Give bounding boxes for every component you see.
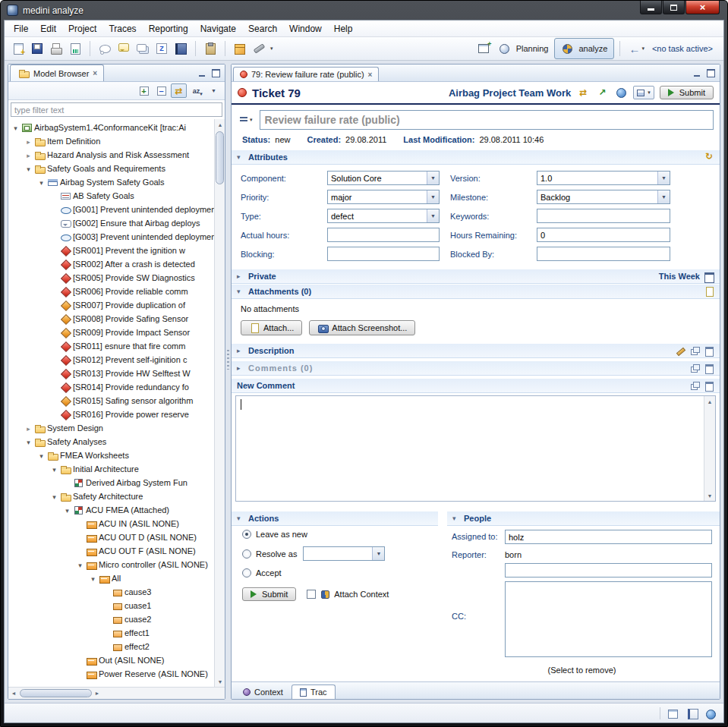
attach-screenshot-button[interactable]: Attach Screenshot... <box>309 320 415 335</box>
tree-item[interactable]: [SR015] Safing sensor algorithm <box>8 394 214 408</box>
collapse-all-icon[interactable] <box>153 83 169 98</box>
tree-item[interactable]: Micro controller (ASIL NONE) <box>8 558 214 571</box>
titlebar[interactable]: medini analyze × <box>4 1 724 20</box>
field-control[interactable]: ▼ <box>537 247 670 261</box>
tree-item[interactable]: ACU OUT F (ASIL NONE) <box>8 544 214 558</box>
field-input[interactable] <box>328 172 427 184</box>
tree-item[interactable]: Item Definition <box>8 134 214 148</box>
tools-dropdown-icon[interactable]: ▾ <box>270 46 273 52</box>
field-input[interactable] <box>537 247 670 260</box>
link-with-editor-icon[interactable] <box>171 83 187 98</box>
tree-item[interactable]: [G003] Prevent unintended deployment <box>8 230 214 244</box>
tree-item[interactable]: ACU OUT D (ASIL NONE) <box>8 530 214 544</box>
expander-icon[interactable] <box>24 437 33 446</box>
menu-item[interactable]: Window <box>283 22 328 36</box>
filter-input[interactable] <box>11 105 222 115</box>
menu-item[interactable]: Search <box>242 22 283 36</box>
field-input[interactable] <box>537 172 657 184</box>
expander-icon[interactable] <box>11 123 20 132</box>
menu-item[interactable]: Navigate <box>194 22 242 36</box>
task-note-icon[interactable] <box>153 40 171 57</box>
restore-icon[interactable] <box>689 345 700 356</box>
action-radio-option[interactable]: Leave as new ▼ <box>232 526 438 543</box>
calendar-icon[interactable] <box>704 271 714 282</box>
minimize-button[interactable] <box>640 1 662 14</box>
field-input[interactable] <box>537 190 657 203</box>
section-comments[interactable]: ▸ Comments (0) <box>232 360 720 376</box>
scroll-down-icon[interactable]: ▼ <box>215 676 225 687</box>
tree-item[interactable]: effect2 <box>8 640 214 653</box>
tree-item[interactable]: [SR011] esnure that fire comm <box>8 339 214 353</box>
menu-item[interactable]: Project <box>62 22 102 36</box>
vertical-scrollbar[interactable]: ▲ ▼ <box>214 119 225 687</box>
tree-item[interactable]: Safety Goals and Requirements <box>8 162 214 175</box>
twisty-closed-icon[interactable]: ▸ <box>237 364 244 372</box>
section-actions[interactable]: ▾ Actions <box>232 511 438 526</box>
comment-icon[interactable] <box>115 40 133 57</box>
chevron-down-icon[interactable]: ▼ <box>657 190 670 203</box>
panel-sash[interactable] <box>225 64 231 700</box>
thought-bubble-icon[interactable] <box>96 40 114 57</box>
field-control[interactable]: ▼ <box>327 228 440 242</box>
cc-add-input[interactable] <box>505 563 712 578</box>
tab-ticket-79[interactable]: 79: Review failure rate (public) × <box>233 67 379 81</box>
tree-item[interactable]: [SR016] Provide power reserve <box>8 408 214 421</box>
tree-item[interactable]: [SR013] Provide HW Selftest W <box>8 367 214 380</box>
horizontal-scrollbar[interactable]: ◄ ► <box>8 687 225 699</box>
field-control[interactable]: ▼ <box>537 190 670 204</box>
tree-item[interactable]: effect1 <box>8 626 214 640</box>
field-control[interactable]: ▼ <box>537 209 670 223</box>
expander-icon[interactable] <box>24 150 33 159</box>
menu-item[interactable]: Traces <box>102 22 142 36</box>
tab-trac[interactable]: Trac <box>292 685 336 699</box>
tree-item[interactable]: System Design <box>8 421 214 435</box>
refresh-attributes-icon[interactable] <box>704 152 714 162</box>
attach-context-checkbox[interactable] <box>307 590 316 599</box>
field-control[interactable]: ▼ <box>327 190 440 204</box>
tree-item[interactable]: AB Safety Goals <box>8 189 214 203</box>
new-attachment-icon[interactable] <box>704 286 714 297</box>
progress-icon[interactable] <box>704 707 717 719</box>
scroll-right-icon[interactable]: ► <box>92 688 102 699</box>
section-people[interactable]: ▾ People <box>447 511 720 526</box>
scroll-left-icon[interactable]: ◄ <box>8 688 19 699</box>
radio-icon[interactable] <box>242 530 251 539</box>
tree-item[interactable]: [SR006] Provide reliable comm <box>8 285 214 298</box>
back-navigation-button[interactable]: ← ▾ <box>626 43 648 55</box>
tree-item[interactable]: [SR008] Provide Safing Sensor <box>8 312 214 326</box>
maximize-icon[interactable] <box>704 380 714 391</box>
expander-icon[interactable] <box>50 464 58 474</box>
twisty-open-icon[interactable]: ▾ <box>452 515 460 522</box>
tree-item[interactable]: Safety Architecture <box>8 489 214 503</box>
scrollbar-thumb[interactable] <box>20 689 92 697</box>
tab-context[interactable]: Context <box>235 685 292 699</box>
print-icon[interactable] <box>47 40 65 57</box>
radio-icon[interactable] <box>242 549 251 559</box>
maximize-view-icon[interactable] <box>705 68 717 78</box>
tree-item[interactable]: [G001] Prevent unintended deployment <box>8 203 214 216</box>
radio-icon[interactable] <box>242 568 251 578</box>
menu-item[interactable]: Edit <box>34 22 62 36</box>
tree-item[interactable]: [SR005] Provide SW Diagnostics <box>8 271 214 285</box>
sort-icon[interactable] <box>188 83 204 98</box>
resolve-as-combo[interactable]: ▼ <box>303 546 385 561</box>
twisty-open-icon[interactable]: ▾ <box>237 515 244 522</box>
field-control[interactable]: ▼ <box>537 228 670 242</box>
vertical-scrollbar[interactable]: ▲ ▼ <box>704 396 715 501</box>
tree-item[interactable]: Hazard Analysis and Risk Assessment <box>8 148 214 162</box>
twisty-closed-icon[interactable]: ▸ <box>237 272 244 280</box>
field-control[interactable]: ▼ <box>327 247 440 261</box>
expander-icon[interactable] <box>76 560 84 569</box>
minimize-view-icon[interactable] <box>691 68 702 78</box>
tree-item[interactable]: Power Reserve (ASIL NONE) <box>8 667 214 681</box>
chevron-down-icon[interactable]: ▼ <box>372 547 384 560</box>
menu-item[interactable]: Help <box>328 22 359 36</box>
tree-item[interactable]: [SR002] After a crash is detected <box>8 257 214 271</box>
tree-item[interactable]: Initial Architecture <box>8 462 214 476</box>
expander-icon[interactable] <box>89 574 97 583</box>
section-attachments[interactable]: ▾ Attachments (0) <box>232 284 720 299</box>
comments-icon[interactable] <box>134 40 152 57</box>
twisty-open-icon[interactable]: ▾ <box>237 288 244 295</box>
action-radio-option[interactable]: Accept ▼ <box>232 565 438 581</box>
twisty-closed-icon[interactable]: ▸ <box>237 347 244 354</box>
